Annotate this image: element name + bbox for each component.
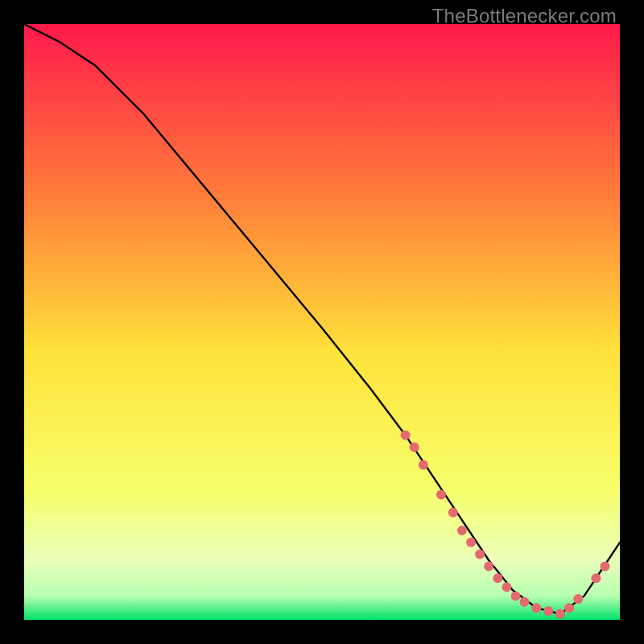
- chart-frame: [24, 24, 620, 620]
- marker-dot: [436, 490, 446, 500]
- marker-dot: [601, 561, 610, 571]
- marker-dot: [511, 591, 521, 601]
- marker-dot: [591, 573, 601, 583]
- watermark-text: TheBottlenecker.com: [432, 5, 617, 27]
- marker-dot: [448, 508, 458, 518]
- marker-dot: [502, 582, 511, 592]
- marker-dot: [543, 606, 553, 616]
- marker-dot: [466, 538, 476, 547]
- marker-dot: [419, 460, 428, 470]
- marker-dot: [564, 603, 574, 613]
- gradient-background: [24, 24, 620, 620]
- marker-dot: [520, 597, 530, 607]
- marker-dot: [493, 573, 502, 583]
- marker-dot: [475, 550, 485, 559]
- marker-dot: [484, 561, 493, 571]
- marker-dot: [401, 431, 411, 440]
- marker-dot: [531, 603, 541, 613]
- marker-dot: [573, 594, 583, 604]
- marker-dot: [410, 442, 419, 452]
- bottleneck-chart: [24, 24, 620, 620]
- marker-dot: [555, 609, 565, 619]
- marker-dot: [457, 526, 467, 535]
